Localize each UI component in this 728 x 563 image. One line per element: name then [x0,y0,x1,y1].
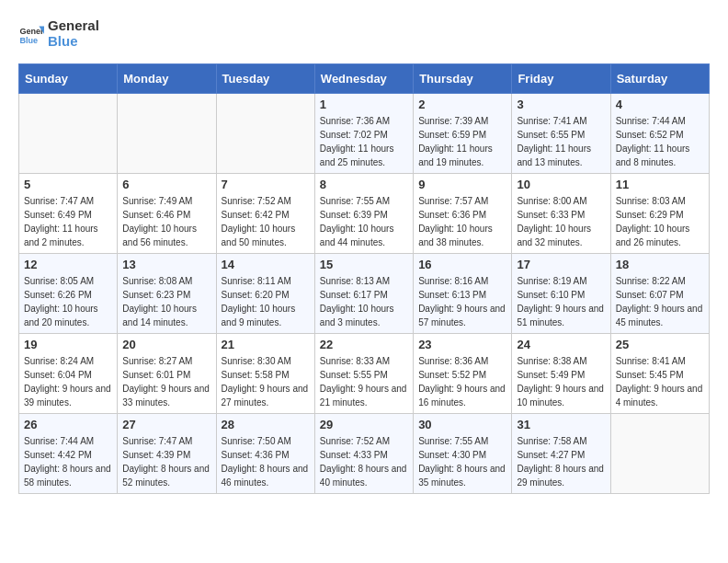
day-info: Sunrise: 8:38 AMSunset: 5:49 PMDaylight:… [517,354,605,409]
calendar-cell: 6Sunrise: 7:49 AMSunset: 6:46 PMDaylight… [118,174,216,254]
day-info: Sunrise: 8:11 AMSunset: 6:20 PMDaylight:… [222,274,310,329]
day-info: Sunrise: 7:55 AMSunset: 6:39 PMDaylight:… [320,194,408,249]
day-number: 21 [222,338,310,351]
day-number: 13 [122,258,210,271]
logo-general-text: General [48,18,99,34]
weekday-header-saturday: Saturday [610,64,709,94]
calendar-cell: 5Sunrise: 7:47 AMSunset: 6:49 PMDaylight… [19,174,118,254]
weekday-header-monday: Monday [118,64,216,94]
calendar-cell [610,414,709,494]
calendar-cell: 20Sunrise: 8:27 AMSunset: 6:01 PMDayligh… [118,334,216,414]
day-number: 3 [517,98,605,111]
calendar-cell: 26Sunrise: 7:44 AMSunset: 4:42 PMDayligh… [19,414,118,494]
day-number: 19 [24,338,112,351]
day-info: Sunrise: 7:52 AMSunset: 6:42 PMDaylight:… [222,194,310,249]
calendar-cell: 17Sunrise: 8:19 AMSunset: 6:10 PMDayligh… [512,254,610,334]
page-header: General Blue General Blue [18,18,710,49]
calendar-cell: 15Sunrise: 8:13 AMSunset: 6:17 PMDayligh… [314,254,413,334]
day-info: Sunrise: 8:13 AMSunset: 6:17 PMDaylight:… [320,274,408,329]
day-info: Sunrise: 8:30 AMSunset: 5:58 PMDaylight:… [222,354,310,409]
calendar-cell: 10Sunrise: 8:00 AMSunset: 6:33 PMDayligh… [512,174,610,254]
day-number: 4 [616,98,704,111]
day-info: Sunrise: 7:49 AMSunset: 6:46 PMDaylight:… [122,194,210,249]
calendar-cell [19,94,118,174]
calendar-cell: 8Sunrise: 7:55 AMSunset: 6:39 PMDaylight… [314,174,413,254]
weekday-header-thursday: Thursday [414,64,512,94]
calendar-cell: 21Sunrise: 8:30 AMSunset: 5:58 PMDayligh… [216,334,314,414]
calendar-week-5: 26Sunrise: 7:44 AMSunset: 4:42 PMDayligh… [19,414,710,494]
logo-blue-text: Blue [48,34,99,50]
calendar-cell: 1Sunrise: 7:36 AMSunset: 7:02 PMDaylight… [314,94,413,174]
day-info: Sunrise: 8:08 AMSunset: 6:23 PMDaylight:… [122,274,210,329]
day-number: 22 [320,338,408,351]
calendar-cell: 24Sunrise: 8:38 AMSunset: 5:49 PMDayligh… [512,334,610,414]
calendar-cell: 14Sunrise: 8:11 AMSunset: 6:20 PMDayligh… [216,254,314,334]
calendar-table: SundayMondayTuesdayWednesdayThursdayFrid… [18,63,710,494]
calendar-week-1: 1Sunrise: 7:36 AMSunset: 7:02 PMDaylight… [19,94,710,174]
day-number: 29 [320,418,408,431]
calendar-cell: 29Sunrise: 7:52 AMSunset: 4:33 PMDayligh… [314,414,413,494]
day-number: 6 [122,178,210,191]
calendar-cell: 19Sunrise: 8:24 AMSunset: 6:04 PMDayligh… [19,334,118,414]
day-info: Sunrise: 7:44 AMSunset: 6:52 PMDaylight:… [616,114,704,169]
weekday-header-sunday: Sunday [19,64,118,94]
day-info: Sunrise: 7:36 AMSunset: 7:02 PMDaylight:… [320,114,408,169]
calendar-cell: 25Sunrise: 8:41 AMSunset: 5:45 PMDayligh… [610,334,709,414]
day-info: Sunrise: 8:41 AMSunset: 5:45 PMDaylight:… [616,354,704,409]
day-number: 9 [418,178,506,191]
day-number: 25 [616,338,704,351]
calendar-cell [118,94,216,174]
day-number: 24 [517,338,605,351]
calendar-cell: 3Sunrise: 7:41 AMSunset: 6:55 PMDaylight… [512,94,610,174]
day-number: 28 [222,418,310,431]
calendar-cell: 9Sunrise: 7:57 AMSunset: 6:36 PMDaylight… [414,174,512,254]
day-number: 31 [517,418,605,431]
day-number: 17 [517,258,605,271]
weekday-header-friday: Friday [512,64,610,94]
day-info: Sunrise: 8:33 AMSunset: 5:55 PMDaylight:… [320,354,408,409]
day-info: Sunrise: 7:52 AMSunset: 4:33 PMDaylight:… [320,434,408,489]
day-number: 11 [616,178,704,191]
day-number: 20 [122,338,210,351]
day-info: Sunrise: 8:22 AMSunset: 6:07 PMDaylight:… [616,274,704,329]
day-info: Sunrise: 7:39 AMSunset: 6:59 PMDaylight:… [418,114,506,169]
day-info: Sunrise: 7:47 AMSunset: 4:39 PMDaylight:… [122,434,210,489]
day-number: 14 [222,258,310,271]
calendar-cell: 23Sunrise: 8:36 AMSunset: 5:52 PMDayligh… [414,334,512,414]
day-info: Sunrise: 7:47 AMSunset: 6:49 PMDaylight:… [24,194,112,249]
calendar-cell: 22Sunrise: 8:33 AMSunset: 5:55 PMDayligh… [314,334,413,414]
day-number: 30 [418,418,506,431]
day-info: Sunrise: 7:58 AMSunset: 4:27 PMDaylight:… [517,434,605,489]
day-info: Sunrise: 7:41 AMSunset: 6:55 PMDaylight:… [517,114,605,169]
calendar-cell: 31Sunrise: 7:58 AMSunset: 4:27 PMDayligh… [512,414,610,494]
calendar-week-4: 19Sunrise: 8:24 AMSunset: 6:04 PMDayligh… [19,334,710,414]
day-number: 27 [122,418,210,431]
day-info: Sunrise: 8:05 AMSunset: 6:26 PMDaylight:… [24,274,112,329]
calendar-cell: 7Sunrise: 7:52 AMSunset: 6:42 PMDaylight… [216,174,314,254]
day-info: Sunrise: 7:57 AMSunset: 6:36 PMDaylight:… [418,194,506,249]
calendar-cell: 16Sunrise: 8:16 AMSunset: 6:13 PMDayligh… [414,254,512,334]
day-number: 15 [320,258,408,271]
day-info: Sunrise: 7:44 AMSunset: 4:42 PMDaylight:… [24,434,112,489]
calendar-cell: 4Sunrise: 7:44 AMSunset: 6:52 PMDaylight… [610,94,709,174]
calendar-cell: 12Sunrise: 8:05 AMSunset: 6:26 PMDayligh… [19,254,118,334]
calendar-week-2: 5Sunrise: 7:47 AMSunset: 6:49 PMDaylight… [19,174,710,254]
logo-icon: General Blue [18,21,44,47]
day-info: Sunrise: 8:36 AMSunset: 5:52 PMDaylight:… [418,354,506,409]
day-info: Sunrise: 8:27 AMSunset: 6:01 PMDaylight:… [122,354,210,409]
day-number: 18 [616,258,704,271]
calendar-cell: 27Sunrise: 7:47 AMSunset: 4:39 PMDayligh… [118,414,216,494]
calendar-cell [216,94,314,174]
calendar-header-row: SundayMondayTuesdayWednesdayThursdayFrid… [19,64,710,94]
day-number: 7 [222,178,310,191]
day-number: 23 [418,338,506,351]
calendar-cell: 30Sunrise: 7:55 AMSunset: 4:30 PMDayligh… [414,414,512,494]
weekday-header-tuesday: Tuesday [216,64,314,94]
day-info: Sunrise: 7:50 AMSunset: 4:36 PMDaylight:… [222,434,310,489]
day-info: Sunrise: 8:00 AMSunset: 6:33 PMDaylight:… [517,194,605,249]
day-info: Sunrise: 8:03 AMSunset: 6:29 PMDaylight:… [616,194,704,249]
day-number: 8 [320,178,408,191]
day-info: Sunrise: 8:19 AMSunset: 6:10 PMDaylight:… [517,274,605,329]
calendar-week-3: 12Sunrise: 8:05 AMSunset: 6:26 PMDayligh… [19,254,710,334]
weekday-header-wednesday: Wednesday [314,64,413,94]
